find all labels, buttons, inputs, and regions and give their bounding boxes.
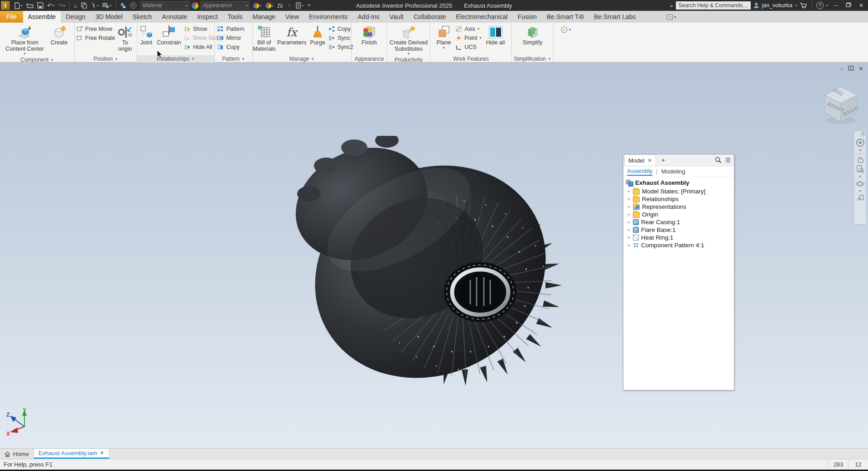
home-tab[interactable]: Home (0, 449, 34, 459)
panel-label-position[interactable]: Position▼ (75, 55, 137, 62)
adjust-appearance-button[interactable]: + (252, 0, 263, 10)
view-cube[interactable]: TOP RIGHT BACK (821, 84, 861, 127)
simplify-button[interactable]: Simplify (520, 24, 546, 47)
free-rotate-button[interactable]: Free Rotate (75, 34, 113, 42)
ribbon-tab-manage[interactable]: Manage (247, 11, 280, 23)
user-name[interactable]: jan_vokurka (762, 2, 792, 9)
measure-button[interactable]: ▾ (89, 0, 100, 10)
mirror-button[interactable]: Mirror (216, 34, 251, 42)
panel-label-relationships[interactable]: Relationships▼ (137, 55, 214, 62)
qat-customize-button[interactable]: ▼ (306, 0, 313, 10)
free-move-button[interactable]: Free Move (75, 25, 113, 33)
ribbon-tab-inspect[interactable]: Inspect (192, 11, 222, 23)
place-from-content-center-button[interactable]: Place from Content Center▾ (3, 24, 47, 57)
tree-item-component-pattern[interactable]: ＋Component Pattern 4:1 (626, 241, 734, 249)
ribbon-tab-3d-model[interactable]: 3D Model (91, 11, 128, 23)
tree-item-model-states[interactable]: ＋Model States: [Primary] (626, 187, 734, 195)
inventor-logo-icon[interactable]: I (1, 1, 10, 10)
ribbon-tab-collaborate[interactable]: Collaborate (409, 11, 451, 23)
ribbon-tab-sketch[interactable]: Sketch (128, 11, 157, 23)
add-button[interactable]: ＋ (285, 0, 294, 10)
browser-add-tab-button[interactable]: ＋ (656, 156, 670, 164)
tree-item-heat-ring[interactable]: ＋Heat Ring:1 (626, 234, 734, 241)
minimize-button[interactable]: ─ (831, 2, 841, 9)
create-component-button[interactable]: Create (47, 24, 72, 47)
ribbon-tab-file[interactable]: File (0, 11, 23, 23)
material-ball-icon[interactable] (128, 0, 138, 10)
sync2-button[interactable]: Sync2 (328, 43, 351, 51)
tree-item-rear-casing[interactable]: ＋Rear Casing:1 (626, 218, 734, 226)
new-file-button[interactable]: ▾ (13, 0, 24, 10)
hide-all-work-features-button[interactable]: Hide all (483, 24, 508, 47)
point-button[interactable]: Point▾ (454, 34, 482, 42)
ribbon-tab-besmart-labs[interactable]: Be.Smart Labs (589, 11, 641, 23)
ribbon-tab-besmart-t4i[interactable]: Be.Smart T4I (542, 11, 589, 23)
ribbon-tab-design[interactable]: Design (61, 11, 91, 23)
to-origin-button[interactable]: To origin (114, 24, 136, 53)
tree-item-flare-base[interactable]: ＋Flare Base:1 (626, 226, 734, 234)
panel-options-button[interactable]: ▾ (561, 26, 571, 33)
tree-item-relationships[interactable]: ＋Relationships (626, 195, 734, 203)
annotate-button[interactable] (119, 0, 127, 10)
panel-label-work-features[interactable]: Work Features (430, 55, 511, 62)
doc-restore-button[interactable] (848, 66, 854, 72)
expand-icon[interactable]: ＋ (626, 242, 631, 249)
store-cart-icon[interactable] (800, 2, 807, 9)
plane-button[interactable]: Plane▾ (434, 24, 454, 51)
ribbon-tab-vault[interactable]: Vault (385, 11, 409, 23)
expand-icon[interactable]: ＋ (626, 203, 631, 210)
ucs-button[interactable]: UCS (454, 43, 482, 51)
browser-tab-close-icon[interactable]: ✕ (647, 158, 651, 163)
tree-item-representations[interactable]: ＋Representations (626, 203, 734, 211)
browser-search-icon[interactable] (715, 157, 722, 163)
save-button[interactable] (36, 0, 45, 10)
copy-pattern-button[interactable]: Copy (216, 43, 251, 51)
panel-label-manage[interactable]: Manage▼ (253, 55, 351, 62)
browser-menu-icon[interactable]: ☰ (725, 157, 731, 163)
ribbon-tab-annotate[interactable]: Annotate (157, 11, 192, 23)
tree-root-exhaust-assembly[interactable]: Exhaust Assembly (626, 179, 734, 187)
navbar-dropdown-icon[interactable]: ▼ (858, 190, 862, 192)
bill-of-materials-button[interactable]: Bill of Materials (253, 24, 275, 53)
browser-subtab-modeling[interactable]: Modeling (661, 168, 685, 175)
pan-icon[interactable] (856, 156, 864, 163)
finish-button[interactable]: Finish (357, 24, 382, 47)
material-select[interactable]: Material▾ (140, 1, 189, 10)
doc-close-button[interactable]: ✕ (858, 65, 863, 72)
3d-viewport[interactable]: ─ ✕ (0, 62, 868, 448)
clear-appearance-button[interactable]: x (264, 0, 275, 10)
parameters-quick-button[interactable]: fx (276, 0, 284, 10)
ribbon-display-toggle[interactable]: ▾ (666, 11, 676, 23)
panel-label-component[interactable]: Component▼ (0, 57, 74, 63)
parameters-button[interactable]: fx Parameters (276, 24, 308, 47)
expand-icon[interactable]: ＋ (626, 196, 631, 202)
show-relationships-button[interactable]: Show (183, 25, 214, 33)
ribbon-tab-tools[interactable]: Tools (223, 11, 248, 23)
tree-item-origin[interactable]: ＋Origin (626, 211, 734, 218)
create-derived-substitutes-button[interactable]: Create Derived Substitutes▾ (388, 24, 429, 57)
search-input[interactable] (676, 1, 751, 10)
navbar-dropdown-icon[interactable]: ▼ (858, 175, 862, 178)
appearance-wheel-icon[interactable] (192, 2, 198, 9)
document-settings-button[interactable]: ▾ (294, 0, 305, 10)
home-button[interactable]: ⌂ (72, 0, 79, 10)
panel-label-pattern[interactable]: Pattern▼ (215, 55, 252, 62)
ribbon-tab-add-ins[interactable]: Add-Ins (353, 11, 385, 23)
look-at-icon[interactable] (856, 194, 864, 202)
expand-icon[interactable]: ＋ (626, 211, 631, 218)
axis-button[interactable]: Axis▾ (454, 25, 482, 33)
navigation-wheel-icon[interactable] (856, 138, 865, 147)
restore-button[interactable] (844, 2, 854, 9)
navbar-close-icon[interactable]: ✕ (861, 132, 865, 136)
close-button[interactable]: ✕ (856, 2, 866, 9)
user-dropdown-icon[interactable]: ▾ (795, 4, 797, 8)
browser-subtab-assembly[interactable]: Assembly (627, 168, 652, 176)
constrain-button[interactable]: Constrain (156, 24, 182, 47)
ribbon-tab-view[interactable]: View (280, 11, 304, 23)
doc-minimize-button[interactable]: ─ (840, 66, 844, 72)
help-dropdown-icon[interactable]: ▾ (826, 4, 828, 8)
joint-button[interactable]: Joint (137, 24, 155, 47)
expand-icon[interactable]: ＋ (626, 226, 631, 233)
expand-icon[interactable]: ＋ (626, 188, 631, 195)
ribbon-tab-fusion[interactable]: Fusion (513, 11, 542, 23)
